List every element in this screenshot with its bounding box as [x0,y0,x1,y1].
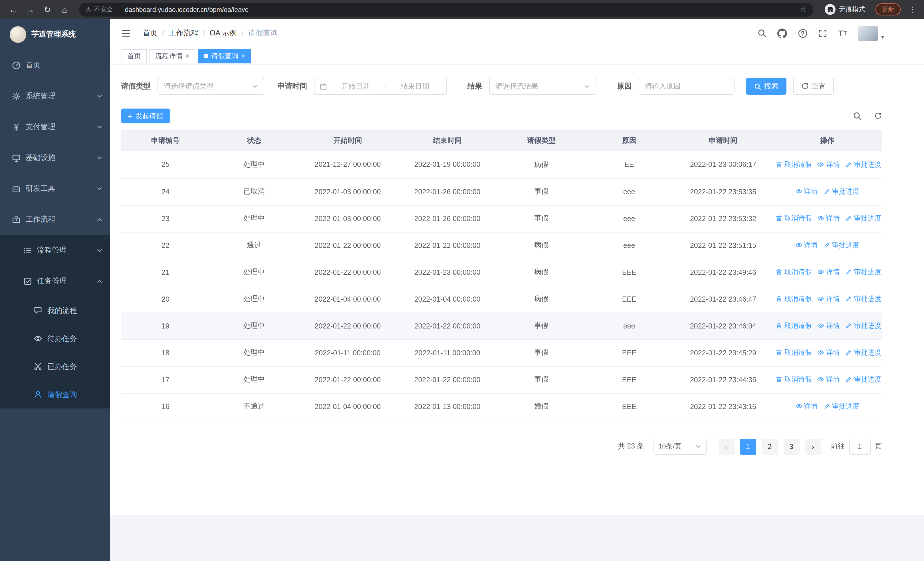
refresh-table-icon[interactable] [874,112,882,120]
progress-action-link[interactable]: 审批进度 [846,321,882,331]
browser-menu-icon[interactable]: ⋮ [906,5,918,14]
sidebar-item-my-process[interactable]: 我的流程 [0,296,110,325]
table-cell: 2022-01-26 00:00:00 [397,178,498,205]
progress-action-link[interactable]: 审批进度 [846,348,882,358]
pen-icon [823,242,830,249]
sidebar-item-done-task[interactable]: 已办任务 [0,352,110,381]
search-button[interactable]: 搜索 [746,78,786,95]
detail-action-link[interactable]: 详情 [818,160,840,169]
user-avatar-menu[interactable]: ▾ [858,26,884,41]
create-leave-button[interactable]: + 发起请假 [121,108,170,123]
page-3-button[interactable]: 3 [783,438,799,454]
progress-action-link[interactable]: 审批进度 [846,375,882,385]
progress-action-link[interactable]: 审批进度 [823,187,859,197]
toolbox-icon [11,184,21,193]
sidebar-item-todo-task[interactable]: 待办任务 [0,325,110,352]
breadcrumb-item[interactable]: 工作流程 [169,28,198,38]
column-header: 状态 [210,130,298,151]
leave-type-label: 请假类型 [121,81,151,92]
sidebar-item-home[interactable]: 首页 [0,50,110,81]
page-2-button[interactable]: 2 [762,438,778,454]
goto-page-input[interactable] [849,438,871,454]
next-page-button[interactable]: › [805,438,821,454]
table-cell: EE [585,151,673,178]
pen-icon [846,215,852,222]
sidebar-item-devtools[interactable]: 研发工具 [0,173,110,204]
table-cell: 2022-01-04 00:00:00 [298,393,397,420]
browser-home-button[interactable]: ⌂ [57,2,72,17]
navbar-actions: TT ▾ [758,26,916,41]
breadcrumb-item[interactable]: 首页 [142,28,158,38]
sidebar-item-label: 研发工具 [26,183,96,194]
detail-action-link[interactable]: 详情 [795,402,818,411]
browser-forward-button[interactable]: → [23,2,38,17]
progress-action-link[interactable]: 审批进度 [846,294,882,304]
cancel-action-link[interactable]: 取消请假 [776,375,812,385]
detail-action-link[interactable]: 详情 [818,375,840,385]
table-cell: 事假 [498,366,585,393]
trash-icon [776,161,783,168]
reason-input[interactable] [639,78,735,95]
reset-button[interactable]: 重置 [793,78,834,95]
leave-type-select[interactable]: 请选择请假类型 [158,78,264,95]
browser-back-button[interactable]: ← [6,2,21,17]
page-size-select[interactable]: 10条/页 [653,438,706,454]
detail-action-link[interactable]: 详情 [818,321,840,331]
fullscreen-icon[interactable] [819,29,827,38]
font-size-icon[interactable]: TT [838,29,847,38]
pen-icon [846,269,852,276]
cancel-action-link[interactable]: 取消请假 [776,160,812,169]
detail-action-link[interactable]: 详情 [795,187,818,197]
table-cell: 2022-01-22 23:51:15 [673,232,773,259]
sidebar-item-payment[interactable]: 支付管理 [0,111,110,142]
progress-action-link[interactable]: 审批进度 [823,402,859,411]
prev-page-button[interactable]: ‹ [718,438,734,454]
address-bar[interactable]: ⚠ 不安全 dashboard.yudao.iocoder.cn/bpm/oa/… [79,3,813,16]
question-icon[interactable] [798,28,808,38]
sidebar-item-task-mgmt[interactable]: 任务管理 [0,266,110,296]
github-icon[interactable] [778,28,787,38]
tab-process-detail[interactable]: 流程详情× [150,49,195,63]
close-tab-icon[interactable]: × [242,53,245,59]
browser-reload-button[interactable]: ↻ [40,2,55,17]
detail-action-link[interactable]: 详情 [818,214,840,223]
sidebar-item-system[interactable]: 系统管理 [0,81,110,111]
progress-action-link[interactable]: 审批进度 [846,160,882,169]
url-text: dashboard.yudao.iocoder.cn/bpm/oa/leave [125,6,800,13]
sidebar-item-leave-query[interactable]: 请假查询 [0,381,110,409]
progress-action-link[interactable]: 审批进度 [846,267,882,277]
page-1-button[interactable]: 1 [740,438,756,454]
tab-home[interactable]: 首页 [122,49,147,63]
result-select[interactable]: 请选择流结果 [489,78,596,95]
tab-leave-query[interactable]: 请假查询× [198,49,251,63]
table-cell: 处理中 [210,366,298,393]
cancel-action-link[interactable]: 取消请假 [776,267,812,277]
toggle-search-icon[interactable] [853,111,862,120]
breadcrumb-item[interactable]: OA 示例 [210,28,237,38]
scissors-icon [33,362,43,371]
sidebar-item-process-mgmt[interactable]: 流程管理 [0,235,110,266]
close-tab-icon[interactable]: × [186,53,189,59]
security-warning[interactable]: ⚠ 不安全 [86,5,113,14]
sidebar-item-workflow[interactable]: 工作流程 [0,204,110,235]
cancel-action-link[interactable]: 取消请假 [776,294,812,304]
detail-action-link[interactable]: 详情 [818,267,840,277]
trash-icon [776,215,783,222]
pagination-total: 共 23 条 [618,442,644,451]
detail-action-link[interactable]: 详情 [795,241,818,250]
progress-action-link[interactable]: 审批进度 [846,214,882,223]
app-logo[interactable]: 芋道管理系统 [0,19,110,50]
search-icon[interactable] [758,29,767,38]
sidebar-item-infra[interactable]: 基础设施 [0,142,110,173]
detail-action-link[interactable]: 详情 [818,294,840,304]
browser-update-button[interactable]: 更新 [876,3,901,15]
table-row: 24已取消2022-01-03 00:00:002022-01-26 00:00… [121,178,882,205]
cancel-action-link[interactable]: 取消请假 [776,214,812,223]
cancel-action-link[interactable]: 取消请假 [776,348,812,358]
detail-action-link[interactable]: 详情 [818,348,840,358]
apply-time-range-picker[interactable]: 开始日期 - 结束日期 [314,78,447,95]
collapse-sidebar-icon[interactable] [118,28,134,38]
cancel-action-link[interactable]: 取消请假 [776,321,812,331]
bookmark-star-icon[interactable]: ☆ [800,5,806,14]
progress-action-link[interactable]: 审批进度 [823,241,859,250]
